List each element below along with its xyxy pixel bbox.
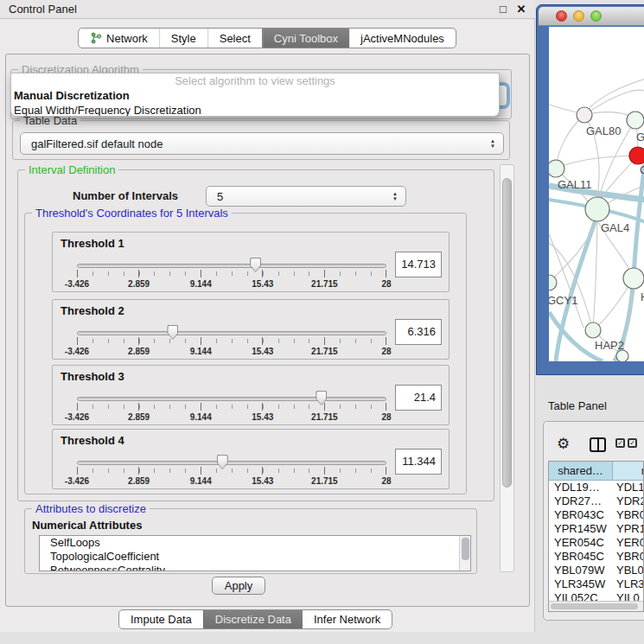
minimize-traffic-light-icon[interactable]	[573, 10, 584, 22]
apply-button[interactable]: Apply	[212, 577, 265, 595]
network-view-window: GAL80 GA C GAL11 GAL4 GCY1 H HAP2	[536, 4, 644, 375]
threshold-1-slider[interactable]: -3.4262.8599.14415.4321.71528	[77, 255, 386, 290]
tab-impute-data-label: Impute Data	[131, 613, 192, 626]
tab-discretize-data[interactable]: Discretize Data	[203, 610, 303, 628]
threshold-2-slider[interactable]: -3.4262.8599.14415.4321.71528	[77, 322, 386, 357]
threshold-row-3: Threshold 3 -3.4262.8599.14415.4321.7152…	[52, 365, 450, 425]
screen: Control Panel □ ✕ Network Style Select C…	[0, 0, 644, 644]
node-gal80[interactable]	[577, 107, 592, 123]
tab-cyni-toolbox[interactable]: Cyni Toolbox	[262, 29, 349, 48]
algorithm-option-equal-width[interactable]: Equal Width/Frequency Discretization	[11, 103, 499, 117]
table-row[interactable]: YDL19…YDL1	[549, 481, 643, 494]
table-horizontal-scrollbar[interactable]	[549, 601, 643, 611]
node-label: GA	[636, 131, 644, 143]
threshold-row-2: Threshold 2 -3.4262.8599.14415.4321.7152…	[52, 299, 450, 360]
numerical-attributes-list[interactable]: SelfLoops TopologicalCoefficient Between…	[39, 535, 471, 571]
table-row[interactable]: YDR27…YDR2	[549, 494, 643, 508]
close-icon[interactable]: ✕	[514, 3, 528, 16]
tab-cyni-toolbox-label: Cyni Toolbox	[274, 32, 338, 45]
attributes-group-title: Attributes to discretize	[32, 502, 150, 515]
table-row[interactable]: YBR045CYBR0	[549, 550, 643, 564]
panel-scrollbar-thumb[interactable]	[502, 178, 512, 488]
table-row[interactable]: YBL079WYBL0	[549, 564, 643, 577]
slider-tick-labels: -3.4262.8599.14415.4321.71528	[77, 476, 386, 486]
network-window-titlebar[interactable]	[539, 7, 644, 26]
slider-track[interactable]	[77, 461, 386, 465]
gear-icon[interactable]: ⚙	[557, 436, 570, 453]
node-label: GAL4	[601, 221, 629, 234]
slider-track[interactable]	[77, 331, 386, 335]
tab-network-label: Network	[106, 32, 148, 45]
list-scrollbar[interactable]	[459, 536, 470, 571]
table-row[interactable]: YBR043CYBR0	[549, 508, 643, 522]
node-top-right[interactable]	[627, 112, 644, 129]
threshold-4-value-field[interactable]: 11.344	[395, 449, 442, 475]
interval-definition-group-title: Interval Definition	[25, 163, 118, 176]
table-scrollbar-thumb[interactable]	[551, 603, 638, 609]
node-label: H	[641, 290, 644, 303]
node-label: GAL11	[558, 178, 592, 191]
checkbox-icon[interactable]	[615, 438, 625, 448]
tab-impute-data[interactable]: Impute Data	[119, 610, 203, 628]
number-of-intervals-value: 5	[217, 190, 223, 203]
slider-major-ticks	[77, 270, 386, 277]
threshold-row-1: Threshold 1 -3.4262.8599.14415.4321.7152…	[52, 232, 450, 292]
threshold-4-slider[interactable]: -3.4262.8599.14415.4321.71528	[77, 452, 386, 487]
node-gcy1[interactable]	[549, 275, 557, 290]
column-header-name[interactable]: na	[613, 462, 644, 480]
tab-jactivemnodules[interactable]: jActiveMNodules	[349, 29, 456, 48]
node-table-header: shared… na	[549, 462, 643, 481]
node-label: C	[640, 163, 644, 176]
control-panel-window: Control Panel □ ✕ Network Style Select C…	[0, 0, 535, 632]
slider-track[interactable]	[77, 264, 386, 268]
tab-discretize-data-label: Discretize Data	[215, 613, 291, 626]
table-data-selected-value: galFiltered.sif default node	[31, 137, 163, 150]
list-item[interactable]: TopologicalCoefficient	[40, 550, 470, 564]
tab-style[interactable]: Style	[159, 29, 207, 48]
tab-infer-network-label: Infer Network	[314, 613, 380, 626]
tab-jactivemnodules-label: jActiveMNodules	[360, 32, 444, 45]
control-panel-tabbar: Network Style Select Cyni Toolbox jActiv…	[78, 28, 456, 48]
network-canvas[interactable]: GAL80 GA C GAL11 GAL4 GCY1 H HAP2	[549, 27, 644, 361]
threshold-coordinates-group-title: Threshold's Coordinates for 5 Intervals	[32, 207, 232, 220]
table-data-group: Table Data galFiltered.sif default node …	[12, 120, 510, 160]
threshold-3-value-field[interactable]: 21.4	[395, 385, 442, 411]
stepper-arrows-icon: ▲▼	[490, 138, 495, 149]
tab-select[interactable]: Select	[207, 29, 262, 48]
stepper-arrows-icon: ▲▼	[392, 191, 398, 201]
zoom-traffic-light-icon[interactable]	[590, 10, 602, 22]
close-traffic-light-icon[interactable]	[556, 10, 567, 22]
node-h[interactable]	[623, 268, 644, 289]
list-scrollbar-thumb[interactable]	[462, 538, 469, 560]
slider-tick-labels: -3.4262.8599.14415.4321.71528	[77, 279, 386, 289]
threshold-4-label: Threshold 4	[61, 434, 124, 447]
table-data-select[interactable]: galFiltered.sif default node ▲▼	[20, 132, 504, 155]
table-row[interactable]: YLR345WYLR3	[549, 577, 643, 591]
table-row[interactable]: YPR145WYPR1	[549, 522, 643, 536]
control-panel-titlebar: Control Panel □ ✕	[0, 0, 535, 19]
node-hap2[interactable]	[585, 322, 601, 338]
list-item[interactable]: SelfLoops	[40, 536, 470, 550]
checkbox-icon[interactable]	[628, 438, 637, 448]
float-window-icon[interactable]: □	[496, 3, 510, 16]
column-layout-icon[interactable]	[590, 437, 606, 452]
panel-scrollbar[interactable]	[500, 164, 514, 572]
node-gal11[interactable]	[549, 160, 564, 177]
threshold-1-value-field[interactable]: 14.713	[395, 252, 442, 277]
attributes-group: Attributes to discretize Numerical Attri…	[24, 508, 477, 574]
number-of-intervals-select[interactable]: 5 ▲▼	[206, 186, 406, 207]
threshold-3-slider[interactable]: -3.4262.8599.14415.4321.71528	[77, 388, 386, 423]
tab-infer-network[interactable]: Infer Network	[303, 610, 392, 628]
tab-network[interactable]: Network	[79, 29, 159, 48]
algorithm-option-manual[interactable]: Manual Discretization	[11, 88, 499, 103]
table-row[interactable]: YER054CYER0	[549, 536, 643, 550]
slider-track[interactable]	[77, 397, 386, 401]
algorithm-hint-option[interactable]: Select algorithm to view settings	[11, 73, 499, 88]
node-gal4[interactable]	[585, 197, 609, 221]
threshold-1-label: Threshold 1	[61, 237, 124, 250]
column-header-shared[interactable]: shared…	[549, 462, 613, 480]
threshold-2-value-field[interactable]: 6.316	[395, 319, 442, 345]
list-item[interactable]: BetweennessCentrality	[40, 564, 470, 571]
node-red[interactable]	[629, 147, 644, 164]
threshold-row-4: Threshold 4 -3.4262.8599.14415.4321.7152…	[52, 429, 450, 489]
